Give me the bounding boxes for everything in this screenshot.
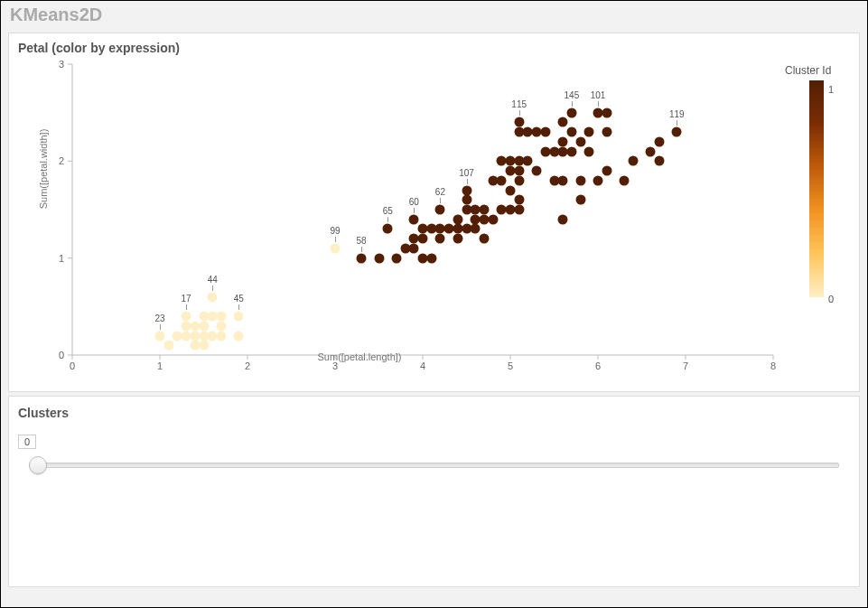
- x-axis-title: Sum([petal.length]): [9, 351, 710, 362]
- data-point[interactable]: [514, 205, 524, 215]
- data-point[interactable]: [575, 136, 585, 146]
- data-point[interactable]: [435, 205, 445, 215]
- data-point[interactable]: [418, 234, 428, 244]
- data-point[interactable]: [208, 292, 218, 302]
- data-point[interactable]: [584, 127, 594, 137]
- legend-max: 1: [828, 84, 834, 95]
- data-point[interactable]: [357, 253, 367, 263]
- clusters-panel: Clusters 0: [8, 396, 860, 587]
- data-point[interactable]: [462, 185, 471, 195]
- data-point[interactable]: [558, 214, 568, 224]
- data-point[interactable]: [602, 108, 611, 117]
- y-axis-title: Sum([petal.width]): [38, 88, 49, 250]
- data-point[interactable]: [514, 166, 524, 176]
- clusters-value: 0: [18, 435, 36, 449]
- svg-text:2: 2: [59, 155, 64, 166]
- axes: 0123456780123: [72, 64, 773, 355]
- data-point[interactable]: [453, 234, 462, 244]
- svg-text:3: 3: [59, 59, 64, 70]
- data-point[interactable]: [558, 136, 568, 146]
- data-point[interactable]: [163, 341, 173, 351]
- data-point[interactable]: [479, 234, 489, 244]
- data-point[interactable]: [566, 146, 576, 156]
- data-point[interactable]: [391, 253, 401, 263]
- page-title: KMeans2D: [1, 1, 867, 29]
- data-point[interactable]: [409, 243, 419, 253]
- data-point[interactable]: [471, 224, 481, 234]
- app-window: KMeans2D Petal (color by expression) 012…: [0, 0, 868, 608]
- data-point[interactable]: [331, 243, 341, 253]
- data-point[interactable]: [566, 127, 576, 137]
- data-point[interactable]: [593, 175, 603, 185]
- legend-title: Cluster Id: [785, 64, 848, 77]
- data-point[interactable]: [540, 127, 550, 137]
- data-point[interactable]: [558, 175, 568, 185]
- data-point[interactable]: [575, 175, 585, 185]
- data-point[interactable]: [514, 195, 524, 205]
- clusters-slider[interactable]: [29, 456, 839, 472]
- data-point[interactable]: [654, 156, 664, 166]
- data-point[interactable]: [558, 117, 568, 127]
- data-point[interactable]: [234, 331, 244, 341]
- data-point[interactable]: [374, 253, 384, 263]
- data-point[interactable]: [479, 205, 489, 215]
- data-point[interactable]: [409, 214, 419, 224]
- data-point[interactable]: [199, 321, 209, 331]
- legend-gradient: [809, 80, 824, 297]
- data-point[interactable]: [234, 312, 244, 322]
- data-point[interactable]: [620, 175, 630, 185]
- color-legend: Cluster Id 1 0: [785, 64, 848, 355]
- data-point[interactable]: [155, 331, 165, 341]
- data-point[interactable]: [182, 312, 191, 322]
- data-point[interactable]: [654, 136, 664, 146]
- data-point[interactable]: [646, 146, 656, 156]
- chart-card: Petal (color by expression) 012345678012…: [8, 33, 860, 392]
- legend-min: 0: [828, 294, 834, 304]
- clusters-title: Clusters: [9, 397, 859, 433]
- slider-thumb[interactable]: [29, 456, 47, 474]
- data-point[interactable]: [462, 195, 471, 205]
- data-point[interactable]: [628, 156, 638, 166]
- data-point[interactable]: [566, 108, 576, 117]
- data-point[interactable]: [584, 146, 594, 156]
- data-point[interactable]: [216, 321, 226, 331]
- data-point[interactable]: [532, 166, 542, 176]
- data-point[interactable]: [383, 224, 393, 234]
- svg-text:8: 8: [770, 360, 776, 371]
- data-point[interactable]: [426, 253, 436, 263]
- data-point[interactable]: [514, 117, 524, 127]
- data-point[interactable]: [216, 331, 226, 341]
- svg-text:1: 1: [59, 253, 64, 264]
- data-point[interactable]: [453, 214, 462, 224]
- data-point[interactable]: [435, 234, 445, 244]
- data-point[interactable]: [602, 166, 611, 176]
- data-point[interactable]: [602, 127, 611, 137]
- data-point[interactable]: [506, 185, 516, 195]
- data-point[interactable]: [672, 127, 682, 137]
- scatter-plot[interactable]: 0123456780123 23174445995865606210711514…: [72, 64, 773, 355]
- data-point[interactable]: [199, 341, 209, 351]
- data-point[interactable]: [514, 175, 524, 185]
- chart-title: Petal (color by expression): [9, 33, 859, 62]
- data-point[interactable]: [216, 312, 226, 322]
- data-point[interactable]: [523, 156, 533, 166]
- data-point[interactable]: [488, 214, 498, 224]
- data-point[interactable]: [575, 195, 585, 205]
- data-point[interactable]: [497, 175, 507, 185]
- slider-rail: [29, 463, 839, 468]
